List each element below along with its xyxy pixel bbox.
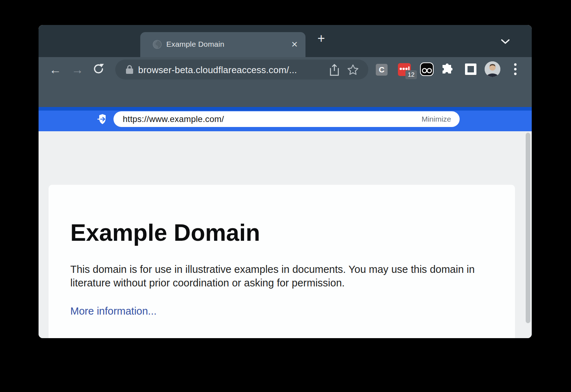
url-text: browser-beta.cloudflareaccess.com/... — [138, 65, 297, 76]
lock-icon — [125, 65, 134, 74]
active-tab[interactable]: Example Domain × — [140, 32, 305, 57]
share-icon[interactable] — [329, 64, 340, 76]
remote-url-input[interactable]: https://www.example.com/ Minimize — [113, 111, 460, 127]
vertical-scrollbar[interactable] — [526, 133, 530, 323]
page-viewport: Example Domain This domain is for use in… — [39, 131, 532, 338]
new-tab-button[interactable]: + — [315, 33, 327, 45]
page-paragraph: This domain is for use in illustrative e… — [70, 263, 481, 290]
shield-arrow-icon — [97, 113, 110, 125]
isolation-bar: https://www.example.com/ Minimize — [39, 107, 532, 131]
page-heading: Example Domain — [70, 219, 260, 246]
side-panel-icon[interactable] — [465, 63, 476, 75]
toolbar: ← → browser-beta.cloudflareaccess.com/..… — [39, 57, 532, 107]
back-button[interactable]: ← — [49, 63, 61, 76]
isolation-bar-accent — [39, 107, 532, 111]
extension-dual-circle-button[interactable] — [420, 62, 434, 76]
bookmark-star-icon[interactable] — [347, 64, 359, 76]
extension-c-button[interactable]: C — [376, 64, 388, 76]
tab-close-icon[interactable]: × — [291, 38, 298, 50]
content-card: Example Domain This domain is for use in… — [49, 185, 515, 338]
tab-strip: Example Domain × + — [39, 25, 532, 57]
extension-badge: 12 — [405, 70, 417, 79]
extensions-puzzle-icon[interactable] — [441, 63, 453, 75]
remote-url-text: https://www.example.com/ — [123, 114, 224, 124]
browser-window: Example Domain × + ← → — [39, 25, 532, 338]
minimize-button[interactable]: Minimize — [421, 115, 451, 123]
globe-favicon-icon — [152, 39, 162, 50]
reload-button[interactable] — [93, 63, 104, 75]
more-information-link[interactable]: More information... — [70, 305, 157, 317]
screenshot-stage: Example Domain × + ← → — [0, 0, 571, 392]
forward-button[interactable]: → — [71, 63, 84, 76]
address-bar[interactable]: browser-beta.cloudflareaccess.com/... — [115, 60, 368, 80]
chevron-down-icon[interactable] — [500, 39, 510, 45]
kebab-menu-icon[interactable] — [514, 63, 517, 76]
profile-avatar[interactable] — [485, 61, 500, 77]
tab-title: Example Domain — [166, 40, 224, 49]
